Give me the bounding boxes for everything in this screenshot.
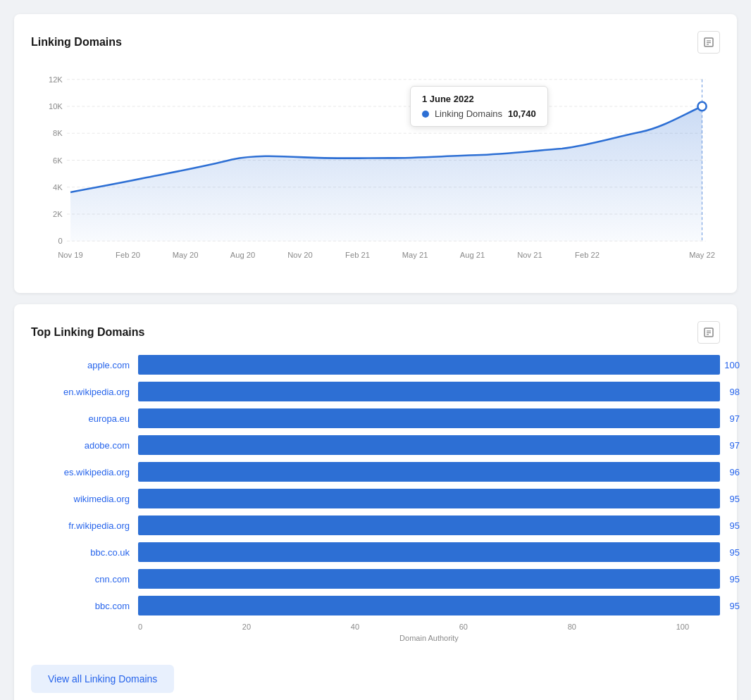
bar-value: 95 bbox=[720, 494, 740, 504]
svg-point-19 bbox=[697, 102, 706, 111]
svg-text:2K: 2K bbox=[53, 210, 63, 218]
bar-track: 97 bbox=[138, 408, 720, 428]
view-all-button[interactable]: View all Linking Domains bbox=[31, 665, 174, 693]
svg-text:Feb 22: Feb 22 bbox=[575, 251, 600, 259]
bar-row: europa.eu97 bbox=[31, 408, 720, 428]
bar-value: 96 bbox=[720, 467, 740, 477]
bar-domain-label[interactable]: apple.com bbox=[31, 360, 130, 370]
x-axis-title: Domain Authority bbox=[138, 634, 720, 642]
svg-text:Aug 20: Aug 20 bbox=[230, 251, 255, 259]
bar-row: adobe.com97 bbox=[31, 435, 720, 455]
bar-row: bbc.com95 bbox=[31, 596, 720, 615]
svg-text:Feb 21: Feb 21 bbox=[345, 251, 370, 259]
bar-value: 97 bbox=[720, 440, 740, 451]
bar-value: 95 bbox=[720, 547, 740, 558]
svg-text:6K: 6K bbox=[53, 156, 63, 165]
x-axis-40: 40 bbox=[351, 623, 359, 631]
bar-domain-label[interactable]: en.wikipedia.org bbox=[31, 387, 130, 397]
bar-row: bbc.co.uk95 bbox=[31, 542, 720, 562]
bar-row: cnn.com95 bbox=[31, 569, 720, 589]
bar-value: 98 bbox=[720, 387, 740, 397]
top-card-header: Top Linking Domains bbox=[31, 321, 720, 344]
line-chart-container: 12K 10K 8K 6K 4K 2K 0 bbox=[31, 65, 720, 276]
bar-domain-label[interactable]: bbc.com bbox=[31, 601, 130, 611]
card-header: Linking Domains bbox=[31, 31, 720, 54]
x-axis-60: 60 bbox=[459, 623, 468, 631]
svg-text:May 21: May 21 bbox=[402, 251, 428, 259]
x-axis-0: 0 bbox=[138, 623, 142, 631]
linking-domains-title: Linking Domains bbox=[31, 36, 122, 49]
svg-text:8K: 8K bbox=[53, 129, 63, 137]
bar-track: 95 bbox=[138, 489, 720, 508]
top-linking-domains-card: Top Linking Domains apple.com100en.wikip… bbox=[14, 304, 737, 700]
bar-domain-label[interactable]: adobe.com bbox=[31, 440, 130, 451]
bar-value: 95 bbox=[720, 574, 740, 585]
bar-track: 96 bbox=[138, 462, 720, 482]
line-chart-svg: 12K 10K 8K 6K 4K 2K 0 bbox=[31, 65, 720, 276]
top-export-button[interactable] bbox=[697, 321, 720, 344]
export-icon bbox=[703, 37, 714, 48]
bar-track: 95 bbox=[138, 569, 720, 589]
bar-value: 100 bbox=[720, 360, 740, 370]
bar-row: fr.wikipedia.org95 bbox=[31, 515, 720, 535]
top-export-icon bbox=[703, 327, 714, 338]
svg-text:Nov 21: Nov 21 bbox=[517, 251, 542, 259]
bar-track: 95 bbox=[138, 515, 720, 535]
svg-text:Aug 21: Aug 21 bbox=[460, 251, 485, 259]
svg-text:10K: 10K bbox=[49, 102, 63, 111]
bar-domain-label[interactable]: fr.wikipedia.org bbox=[31, 520, 130, 531]
x-axis-20: 20 bbox=[242, 623, 251, 631]
bar-track: 97 bbox=[138, 435, 720, 455]
bar-domain-label[interactable]: wikimedia.org bbox=[31, 494, 130, 504]
bar-row: wikimedia.org95 bbox=[31, 489, 720, 508]
x-axis-100: 100 bbox=[676, 623, 689, 631]
bar-track: 98 bbox=[138, 382, 720, 401]
bar-row: en.wikipedia.org98 bbox=[31, 382, 720, 401]
export-button[interactable] bbox=[697, 31, 720, 54]
svg-text:4K: 4K bbox=[53, 183, 63, 192]
svg-text:Nov 20: Nov 20 bbox=[287, 251, 312, 259]
bar-domain-label[interactable]: bbc.co.uk bbox=[31, 547, 130, 558]
svg-text:Feb 20: Feb 20 bbox=[116, 251, 140, 259]
x-axis-80: 80 bbox=[568, 623, 576, 631]
linking-domains-card: Linking Domains bbox=[14, 14, 737, 293]
bar-x-axis: 0 20 40 60 80 100 bbox=[138, 623, 720, 631]
svg-text:May 22: May 22 bbox=[689, 251, 715, 259]
bar-domain-label[interactable]: europa.eu bbox=[31, 413, 130, 424]
view-all-container: View all Linking Domains bbox=[31, 654, 720, 693]
svg-text:12K: 12K bbox=[49, 75, 63, 84]
page-container: Linking Domains bbox=[14, 14, 737, 700]
bar-row: apple.com100 bbox=[31, 355, 720, 375]
bar-value: 97 bbox=[720, 413, 740, 424]
bar-chart-container: apple.com100en.wikipedia.org98europa.eu9… bbox=[31, 355, 720, 615]
bar-value: 95 bbox=[720, 520, 740, 531]
bar-track: 95 bbox=[138, 542, 720, 562]
bar-value: 95 bbox=[720, 601, 740, 611]
bar-x-axis-labels: 0 20 40 60 80 100 bbox=[138, 623, 714, 631]
bar-domain-label[interactable]: cnn.com bbox=[31, 574, 130, 585]
svg-text:0: 0 bbox=[58, 237, 63, 245]
svg-text:Nov 19: Nov 19 bbox=[58, 251, 82, 259]
bar-track: 100 bbox=[138, 355, 720, 375]
svg-text:May 20: May 20 bbox=[173, 251, 199, 259]
bar-track: 95 bbox=[138, 596, 720, 615]
bar-row: es.wikipedia.org96 bbox=[31, 462, 720, 482]
bar-domain-label[interactable]: es.wikipedia.org bbox=[31, 467, 130, 477]
top-linking-domains-title: Top Linking Domains bbox=[31, 326, 144, 339]
